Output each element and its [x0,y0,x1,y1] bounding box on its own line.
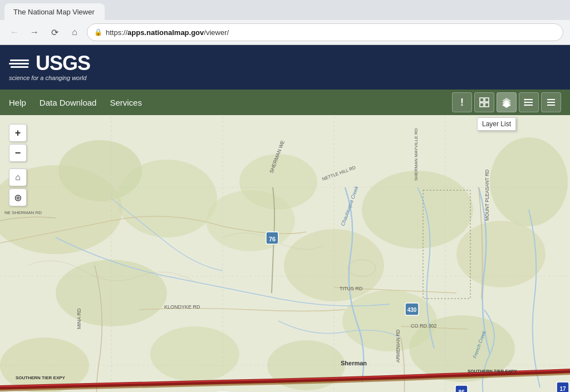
svg-text:17: 17 [559,386,566,392]
map-controls: + − ⌂ ◎ [9,124,27,206]
nav-link-data-download[interactable]: Data Download [40,96,97,110]
zoom-out-button[interactable]: − [9,144,27,162]
svg-text:Sherman: Sherman [341,360,367,366]
svg-text:76: 76 [269,236,276,242]
nav-link-help[interactable]: Help [9,96,26,110]
nav-links: Help Data Download Services [9,96,452,110]
nav-link-services[interactable]: Services [110,96,142,110]
usgs-waves-icon [9,54,31,72]
browser-tab-bar: The National Map Viewer [0,0,570,20]
url-domain: apps.nationalmap.gov [127,28,204,37]
menu-tool-button[interactable] [541,92,561,112]
svg-text:NE SHERMAN RD: NE SHERMAN RD [4,210,42,215]
home-button[interactable]: ⌂ [67,24,82,40]
svg-rect-1 [485,98,489,102]
app-header: USGS science for a changing world [0,45,570,90]
svg-text:SOUTHERN TIER EXPY: SOUTHERN TIER EXPY [468,369,518,374]
svg-text:MOUNT PLEASANT RD: MOUNT PLEASANT RD [484,170,490,221]
svg-point-27 [58,140,142,201]
svg-point-28 [239,154,317,210]
usgs-logo: USGS science for a changing world [9,53,90,81]
svg-point-23 [362,171,473,249]
url-protocol: https:// [106,28,127,37]
reload-button[interactable]: ⟳ [47,24,62,40]
usgs-tagline: science for a changing world [9,75,90,81]
forward-button[interactable]: → [27,24,42,40]
grid-tool-button[interactable] [474,92,494,112]
zoom-in-button[interactable]: + [9,124,27,142]
svg-point-11 [524,102,526,103]
wave-line-1 [10,59,29,61]
layer-list-tooltip: Layer List [477,117,516,131]
svg-text:CO RD 302: CO RD 302 [411,323,437,329]
layers-tool-button[interactable]: Layer List [497,92,517,112]
url-path: /viewer/ [204,28,229,37]
svg-point-10 [524,99,526,101]
svg-rect-3 [485,103,489,107]
svg-point-12 [524,105,526,106]
svg-text:86: 86 [458,389,465,392]
url-text: https://apps.nationalmap.gov/viewer/ [106,28,229,37]
app-nav: Help Data Download Services ! [0,90,570,115]
svg-text:SHERMAN MAYVILLE RD: SHERMAN MAYVILLE RD [414,128,419,181]
list-tool-button[interactable] [519,92,539,112]
svg-point-24 [456,221,546,287]
svg-text:MINA RD: MINA RD [76,308,82,329]
svg-point-30 [150,326,239,382]
svg-rect-2 [480,103,484,107]
back-button[interactable]: ← [7,24,22,40]
svg-point-25 [490,137,568,226]
map-svg: SHERMAN WE NETTLE HILL RD Chautauqua Cre… [0,115,570,392]
nav-tools: ! Layer List [452,92,561,112]
address-bar[interactable]: 🔒 https://apps.nationalmap.gov/viewer/ [87,23,563,41]
usgs-name: USGS [36,53,90,73]
tab-title: The National Map Viewer [13,8,95,16]
svg-text:430: 430 [407,307,417,313]
locate-button[interactable]: ◎ [9,188,27,206]
svg-rect-0 [480,98,484,102]
svg-text:TITUS RD: TITUS RD [340,286,363,291]
lock-icon: 🔒 [94,28,102,36]
map-container[interactable]: SHERMAN WE NETTLE HILL RD Chautauqua Cre… [0,115,570,392]
info-tool-button[interactable]: ! [452,92,472,112]
usgs-logo-main: USGS [9,53,90,73]
wave-line-3 [11,66,28,68]
home-button[interactable]: ⌂ [9,168,27,186]
wave-line-2 [9,63,29,64]
svg-text:KLONDYKE RD: KLONDYKE RD [164,304,200,310]
app-container: USGS science for a changing world Help D… [0,45,570,392]
browser-chrome: The National Map Viewer ← → ⟳ ⌂ 🔒 https:… [0,0,570,45]
svg-text:ARMENIAN RD: ARMENIAN RD [395,329,401,363]
browser-toolbar: ← → ⟳ ⌂ 🔒 https://apps.nationalmap.gov/v… [0,20,570,44]
browser-tab[interactable]: The National Map Viewer [4,3,105,20]
svg-text:SOUTHERN TIER EXPY: SOUTHERN TIER EXPY [16,375,66,380]
